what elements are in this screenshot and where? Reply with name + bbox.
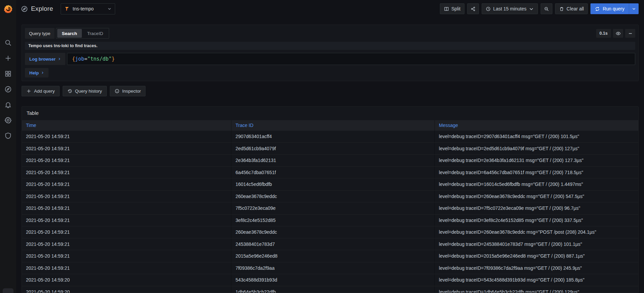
search-icon[interactable] [4,39,12,46]
table-cell: 260eae3678c9eddc [231,226,435,238]
table-cell: 2e364b3fa1d62131 [231,155,435,166]
server-admin-shield-icon[interactable] [4,132,12,139]
table-cell: 2021-05-20 14:59:21 [22,155,231,166]
minus-icon [628,31,633,36]
table-row: 2021-05-20 14:59:21245388401e783d7level=… [22,238,638,251]
log-browser-button[interactable]: Log browser [25,53,65,65]
table-cell: 2021-05-20 14:59:20 [22,274,231,286]
help-button[interactable]: Help [25,68,49,77]
explore-compass-icon [21,5,28,12]
table-row: 2021-05-20 14:59:201db64e5b3cb22dfblevel… [22,286,638,293]
query-type-tabs: Search TraceID [56,28,109,39]
query-input-field[interactable]: {job="tns/db"} [67,53,635,65]
dashboards-icon[interactable] [4,70,12,77]
run-query-dropdown[interactable] [629,3,639,14]
query-token: job [75,56,84,62]
datasource-picker[interactable]: tns-tempo [61,3,115,14]
info-circle-icon [115,89,120,94]
table-cell: 2021-05-20 14:59:21 [22,226,231,238]
explore-compass-icon[interactable] [4,86,12,93]
table-row: 2021-05-20 14:59:212ed5d61cb9a4079flevel… [22,143,638,155]
table-cell: level=debug traceID=260eae3678c9eddc msg… [435,226,638,238]
query-row-actions: 0.1s [596,29,635,38]
alerting-bell-icon[interactable] [4,101,12,108]
table-cell: level=debug traceID=543c4588d391b93d msg… [435,274,638,286]
configuration-gear-icon[interactable] [4,117,12,124]
table-row: 2021-05-20 14:59:20543c4588d391b93dlevel… [22,274,638,286]
table-cell: level=debug traceID=1db64e5b3cb22dfb msg… [435,286,638,293]
table-cell: 6a456c7dba07651f [231,167,435,178]
grafana-logo[interactable] [0,0,16,18]
table-header-row: Time Trace ID Message [22,120,638,131]
table-cell: 2021-05-20 14:59:21 [22,131,231,142]
run-query-button[interactable]: Run query [590,3,639,14]
column-header-time[interactable]: Time [22,120,231,131]
table-cell: level=debug traceID=260eae3678c9eddc msg… [435,191,638,202]
table-cell: level=debug traceID=7f09386c7da2f9aa msg… [435,262,638,274]
clear-all-button[interactable]: Clear all [555,3,588,14]
table-cell: 2021-05-20 14:59:21 [22,191,231,202]
split-button[interactable]: Split [440,3,464,14]
tab-traceid[interactable]: TraceID [83,29,108,38]
secondary-actions: Add query Query history Inspector [22,86,639,96]
table-row: 2021-05-20 14:59:2116014c5ed6fbdfblevel=… [22,178,638,191]
table-cell: 543c4588d391b93d [231,274,435,286]
results-table: Time Trace ID Message 2021-05-20 14:59:2… [22,120,638,293]
table-cell: level=debug traceID=245388401e783d7 msg=… [435,238,638,250]
history-icon [67,89,72,94]
query-duration-badge: 0.1s [596,29,611,38]
table-cell: 1db64e5b3cb22dfb [231,286,435,293]
table-row: 2021-05-20 14:59:21260eae3678c9eddclevel… [22,226,638,238]
table-cell: 3ef8c2c4e5152d85 [231,215,435,226]
zoom-out-button[interactable] [541,3,552,14]
share-icon [471,6,476,11]
table-cell: 2907d63401acff4 [231,131,435,142]
table-row: 2021-05-20 14:59:217f5c0722e3eca09elevel… [22,202,638,215]
table-row: 2021-05-20 14:59:213ef8c2c4e5152d85level… [22,215,638,227]
table-cell: 2021-05-20 14:59:21 [22,167,231,178]
chevron-right-icon [58,57,61,61]
table-cell: 2021-05-20 14:59:21 [22,202,231,214]
sidebar-bottom-item[interactable] [3,288,13,293]
tab-search[interactable]: Search [57,29,82,38]
inspector-button[interactable]: Inspector [110,86,146,96]
share-button[interactable] [467,3,479,14]
chevron-down-icon [632,7,636,11]
panel-title[interactable]: Table [22,107,638,119]
table-cell: level=debug traceID=16014c5ed6fbdfb msg=… [435,178,638,190]
query-token: = [84,56,87,62]
tempo-datasource-icon [64,6,70,11]
column-header-message[interactable]: Message [435,120,638,131]
table-cell: 2021-05-20 14:59:21 [22,238,231,250]
query-token: } [111,56,115,62]
query-token: { [72,56,75,62]
add-query-button[interactable]: Add query [22,86,60,96]
sidebar-menu [4,39,12,139]
table-cell: 2015a5e96e246ed8 [231,250,435,262]
remove-query-button[interactable] [625,29,635,38]
time-range-picker[interactable]: Last 15 minutes [482,3,538,14]
table-row: 2021-05-20 14:59:216a456c7dba07651flevel… [22,167,638,179]
sync-icon [595,6,600,11]
chevron-down-icon [529,6,534,11]
table-cell: 2021-05-20 14:59:21 [22,250,231,262]
plus-icon[interactable] [4,55,12,62]
chevron-right-icon [41,71,44,74]
query-type-label: Query type [25,28,55,39]
explore-toolbar: Explore tns-tempo Split [16,0,644,18]
explore-content: Query type Search TraceID 0.1s [16,18,644,293]
table-cell: 260eae3678c9eddc [231,191,435,202]
table-cell: 16014c5ed6fbdfb [231,178,435,190]
table-cell: level=debug traceID=2907d63401acff4 msg=… [435,131,638,142]
main-area: Explore tns-tempo Split [16,0,644,293]
table-cell: level=debug traceID=6a456c7dba07651f msg… [435,167,638,178]
query-history-button[interactable]: Query history [63,86,107,96]
hide-query-button[interactable] [613,29,623,38]
table-cell: 2021-05-20 14:59:21 [22,262,231,274]
table-cell: 2021-05-20 14:59:20 [22,286,231,293]
table-cell: level=debug traceID=2015a5e96e246ed8 msg… [435,250,638,262]
table-cell: 2ed5d61cb9a4079f [231,143,435,155]
table-row: 2021-05-20 14:59:21260eae3678c9eddclevel… [22,191,638,203]
column-header-traceid[interactable]: Trace ID [231,120,435,131]
table-cell: 7f5c0722e3eca09e [231,202,435,214]
